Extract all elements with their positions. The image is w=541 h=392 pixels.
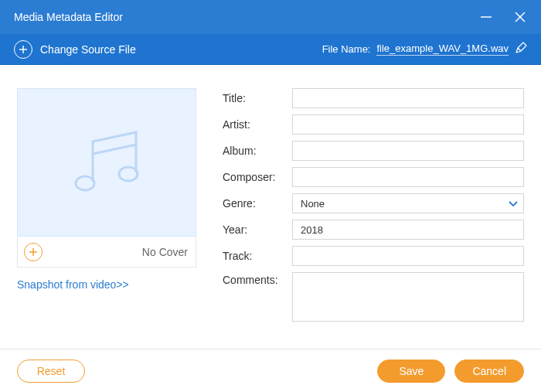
add-cover-button[interactable] [24,243,43,261]
change-source-button[interactable]: Change Source File [14,40,136,59]
cover-art-placeholder [17,88,196,237]
cover-footer: No Cover [17,237,196,268]
comments-field[interactable] [292,272,524,322]
no-cover-label: No Cover [142,246,188,258]
comments-label: Comments: [223,272,281,286]
file-name-label: File Name: [322,43,371,55]
svg-point-5 [76,176,94,190]
titlebar: Media Metadata Editor [0,0,541,34]
track-label: Track: [223,250,281,262]
composer-field[interactable] [292,167,524,187]
edit-filename-icon[interactable] [515,42,527,56]
metadata-form: Title: Artist: Album: Composer: Genre: Y [223,88,524,339]
main-content: No Cover Snapshot from video>> Title: Ar… [0,65,541,349]
genre-value[interactable] [292,193,524,213]
album-label: Album: [223,145,281,157]
plus-icon [14,40,32,59]
file-name-value: file_example_WAV_1MG.wav [376,43,509,56]
music-note-icon [60,115,153,210]
track-field[interactable] [292,246,524,266]
snapshot-from-video-link[interactable]: Snapshot from video>> [17,278,196,291]
toolbar: Change Source File File Name: file_examp… [0,34,541,65]
genre-select[interactable] [292,193,524,213]
cover-panel: No Cover Snapshot from video>> [17,88,196,339]
reset-button[interactable]: Reset [17,360,85,383]
composer-label: Composer: [223,171,281,183]
footer: Reset Save Cancel [0,349,541,392]
album-field[interactable] [292,141,524,161]
cancel-button[interactable]: Cancel [454,360,524,383]
genre-label: Genre: [223,197,281,210]
svg-point-6 [119,167,138,181]
save-button[interactable]: Save [377,360,445,383]
minimize-icon[interactable] [479,10,493,24]
title-label: Title: [223,92,281,104]
title-field[interactable] [292,88,524,108]
artist-label: Artist: [223,118,281,131]
year-field[interactable] [292,220,524,240]
close-icon[interactable] [513,10,527,24]
artist-field[interactable] [292,114,524,135]
year-label: Year: [223,223,281,236]
change-source-label: Change Source File [40,43,136,56]
file-name-display: File Name: file_example_WAV_1MG.wav [322,42,527,56]
window-title: Media Metadata Editor [14,11,123,23]
